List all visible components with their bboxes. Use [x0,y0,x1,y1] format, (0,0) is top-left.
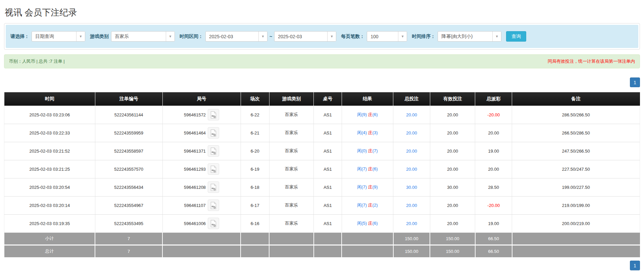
chevron-down-icon: ▼ [492,32,501,41]
result-banker: 庄 [368,112,373,117]
cell-valid-bet: 20.00 [430,214,475,232]
game-category-select[interactable]: 百家乐 ▼ [111,31,175,42]
time-sort-label: 时间排序： [412,34,435,40]
chevron-down-icon: ▼ [258,32,267,41]
cell-table-number: AS1 [314,214,342,232]
cell-total-bet[interactable]: 20.00 [393,142,430,160]
chevron-down-icon: ▼ [166,32,175,41]
result-player: 闲(5) [357,221,367,226]
time-sort-select[interactable]: 降幂(由大到小) ▼ [438,31,501,42]
column-header: 局号 [162,92,241,106]
cell-time: 2025-02-03 03:22:33 [4,124,95,142]
chevron-down-icon: ▼ [327,32,336,41]
result-banker: 庄 [368,184,373,189]
subtotal-payout: 66.50 [475,232,512,245]
column-header: 备注 [512,92,640,106]
search-button[interactable]: 查询 [506,31,526,42]
cell-time: 2025-02-03 03:20:14 [4,196,95,214]
cell-game-category: 百家乐 [269,196,314,214]
cell-time: 2025-02-03 03:21:52 [4,142,95,160]
cell-total-bet[interactable]: 30.00 [393,178,430,196]
same-round-notice-text: 同局有效投注，统一计算在该局第一张注单内 [548,58,635,64]
cell-bet-id: 522243554967 [95,196,162,214]
cell-total-bet[interactable]: 20.00 [393,160,430,178]
video-record-button[interactable] [208,163,219,175]
page-title: 视讯 会员下注纪录 [5,7,640,18]
cell-round-id: 596461107 [162,196,241,214]
cell-result: 闲(4) 庄(3) [342,124,393,142]
cell-total-bet[interactable]: 20.00 [393,106,430,124]
result-banker-number: (2) [373,203,378,208]
date-to-select[interactable]: 2025-02-03 ▼ [274,31,336,42]
cell-result: 闲(0) 庄(7) [342,142,393,160]
video-record-button[interactable] [208,181,219,193]
result-banker: 庄 [368,203,373,208]
game-category-value: 百家乐 [111,32,166,41]
result-banker-number: (3) [373,130,378,135]
cell-valid-bet: 20.00 [430,196,475,214]
result-player: 闲(7) [357,166,367,171]
cell-payout: 20.00 [475,124,512,142]
video-record-button[interactable] [208,200,219,211]
cell-bet-id: 522243557570 [95,160,162,178]
cell-total-bet[interactable]: 20.00 [393,214,430,232]
query-type-select[interactable]: 日期查询 ▼ [32,31,85,42]
cell-session: 6-22 [241,106,269,124]
summary-bar: 币别：人民币 | 总共 :7 注单 | 同局有效投注，统一计算在该局第一张注单内 [4,54,640,68]
total-payout: 66.50 [475,245,512,257]
column-header: 总投注 [393,92,430,106]
round-id-text: 596461293 [184,167,206,172]
date-range-separator: ~ [269,34,272,39]
cell-session: 6-19 [241,160,269,178]
cell-remark: 199.00/227.50 [512,178,640,196]
result-banker: 庄 [368,166,373,171]
cell-payout: -20.00 [475,196,512,214]
column-header: 时间 [4,92,95,106]
cell-session: 6-18 [241,178,269,196]
video-record-button[interactable] [208,145,219,157]
table-row: 2025-02-03 03:21:25 522243557570 5964612… [4,160,640,178]
date-from-select[interactable]: 2025-02-03 ▼ [205,31,267,42]
table-header-row: 时间注单编号局号场次游戏类别桌号结果总投注有效投注总派彩备注 [4,92,640,106]
result-player: 闲(0) [357,148,367,153]
cell-result: 闲(5) 庄(6) [342,214,393,232]
page-size-label: 每页笔数： [341,34,364,40]
page-size-select[interactable]: 100 ▼ [367,31,407,42]
subtotal-label: 小计 [4,232,95,245]
cell-valid-bet: 20.00 [430,124,475,142]
cell-remark: 219.00/199.00 [512,196,640,214]
video-record-button[interactable] [208,127,219,139]
cell-bet-id: 522243553495 [95,214,162,232]
cell-round-id: 596461293 [162,160,241,178]
cell-payout: 20.00 [475,160,512,178]
cell-payout: -20.00 [475,106,512,124]
chevron-down-icon: ▼ [76,32,85,41]
video-record-button[interactable] [208,109,219,120]
cell-table-number: AS1 [314,196,342,214]
subtotal-count: 7 [95,232,162,245]
round-id-text: 596461107 [184,203,206,208]
cell-table-number: AS1 [314,106,342,124]
cell-valid-bet: 20.00 [430,106,475,124]
round-id-text: 596461006 [184,221,206,226]
cell-time: 2025-02-03 03:20:54 [4,178,95,196]
page-1-button[interactable]: 1 [630,77,640,87]
game-category-label: 游戏类别 [90,34,109,40]
cell-valid-bet: 20.00 [430,142,475,160]
cell-round-id: 596461371 [162,142,241,160]
cell-total-bet[interactable]: 20.00 [393,124,430,142]
video-file-icon [210,202,217,209]
cell-bet-id: 522243561144 [95,106,162,124]
result-banker-number: (6) [373,221,378,226]
cell-round-id: 596461208 [162,178,241,196]
table-row: 2025-02-03 03:23:06 522243561144 5964615… [4,106,640,124]
cell-payout: 19.00 [475,142,512,160]
table-body: 2025-02-03 03:23:06 522243561144 5964615… [4,106,640,232]
column-header: 桌号 [314,92,342,106]
subtotal-total-bet: 150.00 [393,232,430,245]
video-record-button[interactable] [208,218,219,229]
time-sort-value: 降幂(由大到小) [438,32,492,41]
cell-result: 闲(7) 庄(6) [342,160,393,178]
cell-total-bet[interactable]: 20.00 [393,196,430,214]
page-1-button[interactable]: 1 [630,261,640,270]
